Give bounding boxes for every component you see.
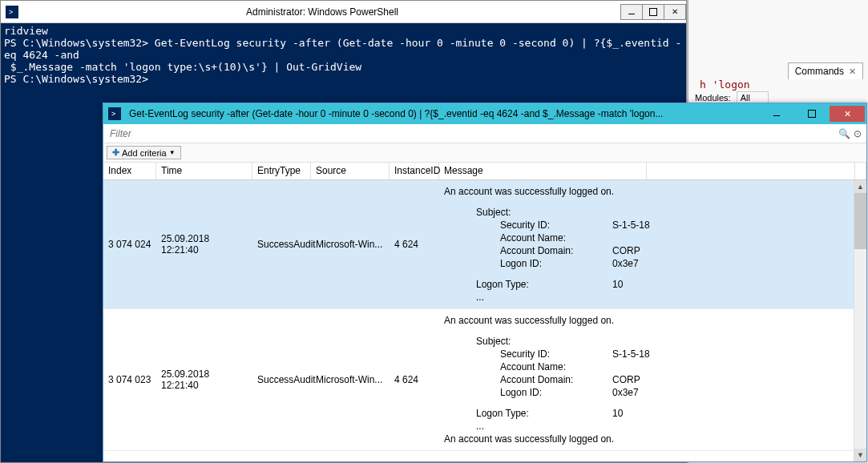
close-button[interactable] bbox=[664, 4, 686, 20]
column-header-scroll-spacer bbox=[855, 163, 866, 179]
msg-logon-id-v: 0x3e7 bbox=[612, 257, 639, 270]
column-header-instanceid[interactable]: InstanceID bbox=[390, 163, 439, 179]
column-header-index[interactable]: Index bbox=[103, 163, 156, 179]
close-icon[interactable]: ✕ bbox=[849, 66, 856, 77]
msg-security-id-k: Security ID: bbox=[500, 348, 612, 360]
criteria-bar: ✚ Add criteria ▼ bbox=[103, 143, 866, 163]
cell-message: An account was successfully logged on. S… bbox=[439, 180, 854, 308]
ps-titlebar[interactable]: > Administrator: Windows PowerShell bbox=[1, 1, 686, 23]
cell-time: 25.09.2018 12:21:40 bbox=[156, 309, 252, 450]
msg-logon-type-v: 10 bbox=[612, 408, 623, 419]
column-header-entrytype[interactable]: EntryType bbox=[252, 163, 311, 179]
column-header-source[interactable]: Source bbox=[311, 163, 390, 179]
gridview-window-controls bbox=[759, 106, 865, 122]
cell-time: 25.09.2018 12:21:40 bbox=[156, 180, 252, 308]
cell-instanceid: 4 624 bbox=[390, 309, 439, 450]
maximize-button[interactable] bbox=[794, 106, 830, 122]
msg-logon-id-k: Logon ID: bbox=[500, 386, 612, 399]
table-row[interactable]: 3 074 023 25.09.2018 12:21:40 SuccessAud… bbox=[103, 309, 854, 451]
add-criteria-button[interactable]: ✚ Add criteria ▼ bbox=[107, 146, 181, 159]
cell-source: Microsoft-Win... bbox=[311, 180, 390, 308]
msg-next-heading: An account was successfully logged on. bbox=[444, 433, 849, 445]
msg-heading: An account was successfully logged on. bbox=[444, 185, 849, 198]
svg-text:>: > bbox=[111, 110, 115, 118]
grid-body: 3 074 024 25.09.2018 12:21:40 SuccessAud… bbox=[103, 180, 866, 461]
scroll-thumb[interactable] bbox=[854, 193, 866, 249]
msg-heading: An account was successfully logged on. bbox=[444, 314, 849, 327]
cell-entrytype: SuccessAudit bbox=[252, 309, 311, 450]
msg-logon-type-k: Logon Type: bbox=[476, 407, 612, 420]
minimize-button[interactable] bbox=[620, 4, 643, 20]
msg-security-id-v: S-1-5-18 bbox=[612, 219, 650, 231]
msg-account-name-k: Account Name: bbox=[500, 360, 612, 373]
cell-instanceid: 4 624 bbox=[390, 180, 439, 308]
close-button[interactable] bbox=[830, 106, 865, 122]
modules-label: Modules: bbox=[695, 93, 731, 103]
column-header-spacer[interactable] bbox=[647, 163, 855, 179]
msg-account-domain-v: CORP bbox=[612, 373, 640, 386]
vertical-scrollbar[interactable]: ▲ ▼ bbox=[854, 180, 866, 461]
msg-account-domain-k: Account Domain: bbox=[500, 244, 612, 257]
msg-logon-id-k: Logon ID: bbox=[500, 257, 612, 270]
svg-text:>: > bbox=[9, 8, 13, 16]
msg-account-name-k: Account Name: bbox=[500, 231, 612, 244]
cell-entrytype: SuccessAudit bbox=[252, 180, 311, 308]
scroll-up-button[interactable]: ▲ bbox=[854, 180, 866, 193]
scroll-down-button[interactable]: ▼ bbox=[854, 449, 866, 461]
column-header-time[interactable]: Time bbox=[156, 163, 252, 179]
minimize-button[interactable] bbox=[759, 106, 794, 122]
msg-security-id-k: Security ID: bbox=[500, 219, 612, 231]
msg-logon-type-v: 10 bbox=[612, 279, 623, 290]
cell-source: Microsoft-Win... bbox=[311, 309, 390, 450]
msg-ellipsis: ... bbox=[444, 420, 849, 433]
ps-window-controls bbox=[621, 4, 686, 20]
gridview-titlebar[interactable]: > Get-EventLog security -after (Get-date… bbox=[103, 103, 866, 124]
ps-console-output[interactable]: ridview PS C:\Windows\system32> Get-Even… bbox=[1, 23, 686, 87]
grid-header: Index Time EntryType Source InstanceID M… bbox=[103, 163, 866, 180]
commands-tab[interactable]: Commands ✕ bbox=[788, 62, 863, 79]
expand-icon[interactable]: ⊙ bbox=[854, 128, 862, 139]
filter-input[interactable] bbox=[108, 127, 838, 141]
msg-security-id-v: S-1-5-18 bbox=[612, 348, 650, 360]
gridview-window: > Get-EventLog security -after (Get-date… bbox=[103, 103, 867, 462]
maximize-button[interactable] bbox=[642, 4, 664, 20]
msg-ellipsis: ... bbox=[444, 291, 849, 304]
msg-logon-id-v: 0x3e7 bbox=[612, 386, 639, 399]
add-criteria-label: Add criteria bbox=[122, 148, 167, 158]
table-row[interactable]: 3 074 024 25.09.2018 12:21:40 SuccessAud… bbox=[103, 180, 854, 309]
msg-logon-type-k: Logon Type: bbox=[476, 278, 612, 291]
powershell-icon: > bbox=[108, 107, 121, 120]
commands-tab-label: Commands bbox=[795, 66, 844, 77]
msg-subject: Subject: bbox=[444, 206, 849, 219]
cell-index: 3 074 023 bbox=[103, 309, 156, 450]
plus-icon: ✚ bbox=[112, 147, 119, 158]
msg-account-domain-k: Account Domain: bbox=[500, 373, 612, 386]
cell-index: 3 074 024 bbox=[103, 180, 156, 308]
powershell-icon: > bbox=[6, 6, 18, 18]
gridview-title: Get-EventLog security -after (Get-date -… bbox=[126, 108, 759, 119]
ps-window-title: Administrator: Windows PowerShell bbox=[23, 6, 621, 18]
cell-message: An account was successfully logged on. S… bbox=[439, 309, 854, 450]
filter-bar: 🔍 ⊙ bbox=[103, 124, 866, 143]
chevron-down-icon: ▼ bbox=[169, 149, 176, 156]
search-icon[interactable]: 🔍 bbox=[838, 128, 850, 139]
column-header-message[interactable]: Message bbox=[439, 163, 647, 179]
msg-subject: Subject: bbox=[444, 335, 849, 348]
msg-account-domain-v: CORP bbox=[612, 244, 640, 257]
